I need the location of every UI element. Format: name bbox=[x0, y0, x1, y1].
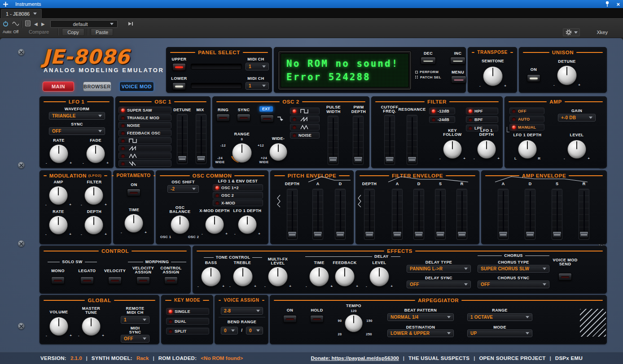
multifx-level-knob[interactable]: -+ bbox=[268, 267, 288, 286]
amp-env-sustain-fader[interactable] bbox=[552, 189, 562, 240]
close-icon[interactable]: × bbox=[616, 1, 620, 7]
menu-button[interactable] bbox=[451, 76, 466, 83]
compare-button[interactable]: Compare bbox=[29, 29, 49, 35]
osc2-triangle-wave-option[interactable] bbox=[290, 124, 320, 130]
next-preset-button[interactable]: ▶ bbox=[41, 22, 45, 26]
unison-on-button[interactable] bbox=[527, 74, 540, 82]
mod-rate-knob[interactable]: -+ bbox=[49, 216, 68, 234]
osc1-mix-fader[interactable] bbox=[196, 114, 206, 164]
voice-mod-send-button[interactable] bbox=[558, 273, 572, 281]
filter-env-sustain-fader[interactable] bbox=[435, 189, 446, 240]
amp-manual-option[interactable]: MANUAL bbox=[509, 124, 544, 130]
pitch-env-attack-fader[interactable] bbox=[312, 189, 323, 240]
lower-button[interactable] bbox=[172, 82, 186, 90]
osc1-noise-option[interactable]: NOISE bbox=[118, 122, 171, 129]
dec-button[interactable] bbox=[421, 57, 436, 65]
osc1-triangle-mod-option[interactable]: TRIANGLE MOD bbox=[118, 114, 171, 121]
delay-time-knob[interactable]: -+ bbox=[309, 267, 329, 286]
filter-env-decay-fader[interactable] bbox=[413, 189, 424, 240]
osc2-noise-option[interactable]: NOISE bbox=[290, 132, 320, 139]
delay-feedback-knob[interactable]: -+ bbox=[335, 267, 355, 286]
filter-env-release-fader[interactable] bbox=[456, 189, 467, 240]
amp-env-release-fader[interactable] bbox=[579, 189, 589, 240]
master-tune-knob[interactable]: -+ bbox=[82, 317, 101, 336]
donate-link[interactable]: Donate: https://paypal.me/dsp56300 bbox=[311, 355, 399, 361]
perform-mode-indicator[interactable]: PERFORM bbox=[415, 70, 439, 74]
lfo1-sync-select[interactable]: OFF bbox=[49, 127, 105, 135]
copy-button[interactable]: Copy bbox=[62, 28, 84, 36]
power-button[interactable] bbox=[3, 21, 9, 26]
lower-midi-ch-select[interactable]: 1 bbox=[246, 82, 269, 90]
osc2-wide-knob[interactable] bbox=[269, 143, 287, 161]
lfo1-fade-knob[interactable]: -+ bbox=[86, 144, 105, 163]
wave-icon[interactable] bbox=[12, 22, 19, 26]
osc2-square-wave-option[interactable] bbox=[290, 108, 320, 114]
osc1-triangle-wave-option[interactable] bbox=[118, 152, 171, 159]
tab-browser[interactable]: BROWSER bbox=[83, 82, 111, 91]
arp-on-button[interactable] bbox=[283, 315, 297, 323]
preset-file-icon[interactable] bbox=[25, 20, 31, 26]
osc1-square-wave-option[interactable] bbox=[118, 137, 171, 144]
ext-button[interactable] bbox=[260, 115, 274, 122]
preset-select[interactable]: default bbox=[50, 20, 118, 28]
paste-button[interactable]: Paste bbox=[91, 28, 113, 36]
osc1-saw-wave-option[interactable] bbox=[118, 145, 171, 152]
bass-knob[interactable]: -+ bbox=[201, 267, 221, 286]
control-assign-button[interactable] bbox=[164, 277, 178, 284]
ring-button[interactable] bbox=[216, 114, 230, 121]
filter-lfo1-depth-knob[interactable]: -+ bbox=[477, 140, 496, 159]
filter-env-depth-fader[interactable] bbox=[364, 189, 375, 240]
tab-voice-mod[interactable]: VOICE MOD bbox=[119, 82, 154, 91]
gain-select[interactable]: +-0 DB bbox=[558, 114, 596, 121]
osc-balance-knob[interactable] bbox=[171, 215, 189, 234]
velocity-assign-button[interactable] bbox=[136, 277, 150, 284]
filter-cutoff-fader[interactable] bbox=[384, 115, 395, 165]
upper-button[interactable] bbox=[172, 63, 186, 71]
mono-button[interactable] bbox=[51, 277, 65, 284]
mod-depth-knob[interactable]: -+ bbox=[84, 216, 103, 234]
upper-midi-ch-select[interactable]: 1 bbox=[246, 63, 269, 70]
osc2-pulse-width-fader[interactable] bbox=[328, 116, 338, 165]
arp-hold-button[interactable] bbox=[310, 315, 324, 323]
chorus-type-select[interactable]: SUPER CHORUS SLW bbox=[478, 265, 549, 273]
global-volume-knob[interactable]: -+ bbox=[49, 317, 68, 336]
voice-assign-select[interactable]: 2-8 bbox=[221, 307, 263, 315]
osc1-super-saw-option[interactable]: SUPER SAW bbox=[118, 107, 171, 113]
amp-env-decay-fader[interactable] bbox=[525, 189, 535, 240]
tab-main[interactable]: MAIN bbox=[43, 82, 74, 91]
key-mode-split-option[interactable]: SPLIT bbox=[166, 328, 209, 334]
velocity-button[interactable] bbox=[108, 277, 122, 284]
amp-auto-option[interactable]: AUTO bbox=[509, 116, 544, 122]
amp-off-option[interactable]: OFF bbox=[509, 108, 544, 114]
dest-osc12-option[interactable]: OSC 1+2 bbox=[213, 184, 263, 191]
arp-range-select[interactable]: 1 OCTAVE bbox=[467, 313, 532, 321]
bend-range-up-select[interactable]: 0 bbox=[246, 327, 263, 334]
midi-sync-select[interactable]: OFF bbox=[121, 335, 149, 342]
amp-env-attack-fader[interactable] bbox=[498, 189, 509, 240]
settings-button[interactable] bbox=[563, 28, 580, 36]
chorus-sync-select[interactable]: OFF bbox=[478, 281, 549, 288]
delay-type-select[interactable]: PANNING L->R bbox=[407, 265, 471, 273]
filter-12db-option[interactable]: -12dB bbox=[429, 108, 455, 114]
osc2-saw-wave-option[interactable] bbox=[290, 116, 320, 122]
bend-range-down-select[interactable]: 0 bbox=[221, 327, 238, 334]
inc-button[interactable] bbox=[450, 57, 465, 65]
filter-key-follow-knob[interactable]: -+ bbox=[443, 140, 462, 159]
delay-level-knob[interactable]: -+ bbox=[369, 267, 389, 286]
prev-preset-button[interactable]: ◀ bbox=[34, 22, 38, 26]
filter-env-attack-fader[interactable] bbox=[392, 189, 403, 240]
pin-icon[interactable] bbox=[605, 1, 610, 7]
portamento-time-knob[interactable]: -+ bbox=[124, 214, 143, 233]
osc1-ramp-wave-option[interactable] bbox=[118, 160, 171, 167]
osc-shift-select[interactable]: -2 bbox=[167, 185, 199, 193]
dest-osc2-option[interactable]: OSC 2 bbox=[213, 192, 263, 199]
lfo1-waveform-select[interactable]: TRIANGLE bbox=[49, 112, 105, 120]
arp-mode-select[interactable]: UP bbox=[467, 329, 532, 337]
filter-24db-option[interactable]: -24dB bbox=[429, 116, 455, 123]
osc2-range-knob[interactable] bbox=[232, 143, 252, 163]
skip-end-icon[interactable] bbox=[127, 21, 134, 26]
osc1-feedback-osc-option[interactable]: FEEDBACK OSC bbox=[118, 130, 171, 136]
osc2-sync-button[interactable] bbox=[237, 114, 250, 121]
filter-hpf-option[interactable]: HPF bbox=[466, 108, 498, 114]
filter-resonance-fader[interactable] bbox=[407, 115, 417, 165]
